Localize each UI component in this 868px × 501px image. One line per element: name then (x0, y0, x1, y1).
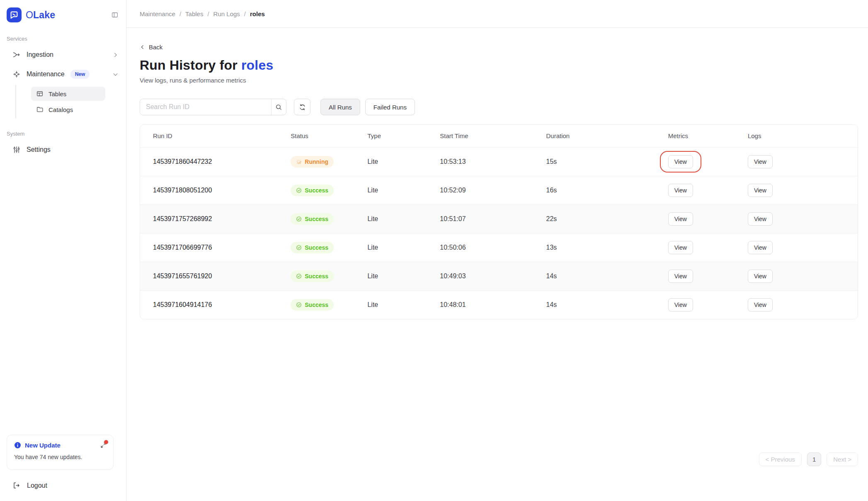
metrics-view-button[interactable]: View (668, 184, 693, 197)
notification-dot (104, 440, 108, 444)
table-row: 1453971604914176 Success Lite 10:48:01 1… (140, 290, 858, 319)
breadcrumb-separator: / (244, 10, 246, 17)
status-label: Success (305, 302, 328, 308)
page-number-button[interactable]: 1 (807, 452, 821, 466)
previous-page-button[interactable]: < Previous (759, 452, 802, 466)
duration-cell: 22s (536, 204, 658, 233)
back-label: Back (149, 44, 162, 51)
logs-view-button[interactable]: View (748, 184, 773, 197)
topbar: Maintenance / Tables / Run Logs / roles (126, 0, 868, 28)
metrics-view-button[interactable]: View (668, 241, 693, 254)
check-circle-icon (296, 302, 302, 308)
column-header-status: Status (281, 125, 357, 147)
breadcrumb: Maintenance / Tables / Run Logs / roles (140, 10, 265, 17)
check-circle-icon (296, 273, 302, 279)
status-label: Success (305, 216, 328, 222)
pagination: < Previous 1 Next > (759, 452, 858, 466)
breadcrumb-tables[interactable]: Tables (185, 10, 203, 17)
search-icon[interactable] (271, 99, 286, 115)
section-label-system: System (0, 120, 126, 140)
ingestion-icon (12, 51, 21, 59)
sidebar-item-catalogs[interactable]: Catalogs (31, 102, 105, 117)
run-id-cell: 1453971860447232 (140, 147, 281, 176)
duration-cell: 13s (536, 233, 658, 262)
new-badge: New (70, 70, 90, 79)
start-time-cell: 10:50:06 (430, 233, 536, 262)
breadcrumb-maintenance[interactable]: Maintenance (140, 10, 175, 17)
status-badge: Success (291, 213, 334, 225)
search-input[interactable] (140, 99, 271, 115)
runs-table: Run ID Status Type Start Time Duration M… (140, 124, 858, 319)
sidebar-item-label: Ingestion (27, 51, 53, 58)
table-row: 1453971757268992 Success Lite 10:51:07 2… (140, 204, 858, 233)
page-title: Run History forroles (140, 58, 858, 73)
settings-sliders-icon (12, 146, 21, 154)
filter-all-runs-button[interactable]: All Runs (320, 99, 360, 115)
refresh-button[interactable] (294, 99, 310, 115)
breadcrumb-separator: / (207, 10, 209, 17)
status-label: Success (305, 273, 328, 280)
status-badge: Success (291, 270, 334, 282)
controls-row: All Runs Failed Runs (140, 99, 858, 115)
section-label-services: Services (0, 25, 126, 45)
sidebar: OLake Services Ingestion (0, 0, 126, 501)
metrics-view-button[interactable]: View (668, 155, 693, 168)
spinner-icon (296, 159, 302, 165)
logout-icon (12, 482, 20, 489)
metrics-view-button[interactable]: View (668, 212, 693, 226)
sidebar-item-maintenance[interactable]: Maintenance New (3, 65, 123, 83)
metrics-view-button[interactable]: View (668, 298, 693, 311)
table-row: 1453971860447232 Running (140, 147, 858, 176)
chevron-right-icon (112, 52, 119, 58)
start-time-cell: 10:49:03 (430, 262, 536, 290)
chevron-down-icon (112, 71, 119, 78)
check-circle-icon (296, 187, 302, 193)
type-cell: Lite (357, 262, 430, 290)
column-header-run-id: Run ID (140, 125, 281, 147)
type-cell: Lite (357, 147, 430, 176)
duration-cell: 16s (536, 176, 658, 204)
content: Back Run History forroles View logs, run… (126, 28, 868, 319)
type-cell: Lite (357, 204, 430, 233)
metrics-view-button[interactable]: View (668, 270, 693, 283)
logs-view-button[interactable]: View (748, 270, 773, 283)
brand-name: OLake (26, 10, 55, 21)
logs-view-button[interactable]: View (748, 241, 773, 254)
logout-button[interactable]: Logout (0, 476, 126, 501)
status-label: Running (305, 158, 328, 165)
type-cell: Lite (357, 176, 430, 204)
start-time-cell: 10:48:01 (430, 290, 536, 319)
sidebar-item-tables[interactable]: Tables (31, 87, 105, 101)
page-title-text: Run History for (140, 58, 238, 73)
sidebar-collapse-icon[interactable] (111, 11, 119, 19)
status-label: Success (305, 244, 328, 251)
new-update-card[interactable]: New Update You have 74 new updates. (7, 435, 114, 470)
logs-view-button[interactable]: View (748, 298, 773, 311)
sidebar-item-label: Catalogs (48, 106, 73, 113)
status-label: Success (305, 187, 328, 194)
expand-icon[interactable] (100, 442, 107, 448)
back-button[interactable]: Back (140, 44, 162, 51)
next-page-button[interactable]: Next > (827, 452, 858, 466)
maintenance-icon (12, 70, 21, 78)
run-id-cell: 1453971808051200 (140, 176, 281, 204)
breadcrumb-run-logs[interactable]: Run Logs (213, 10, 240, 17)
sidebar-spacer (0, 159, 126, 435)
column-header-type: Type (357, 125, 430, 147)
duration-cell: 14s (536, 290, 658, 319)
type-cell: Lite (357, 233, 430, 262)
info-icon (14, 442, 21, 449)
filter-failed-runs-button[interactable]: Failed Runs (365, 99, 415, 115)
run-id-cell: 1453971655761920 (140, 262, 281, 290)
start-time-cell: 10:51:07 (430, 204, 536, 233)
column-header-metrics: Metrics (658, 125, 738, 147)
duration-cell: 15s (536, 147, 658, 176)
logs-view-button[interactable]: View (748, 212, 773, 226)
type-cell: Lite (357, 290, 430, 319)
column-header-start-time: Start Time (430, 125, 536, 147)
logs-view-button[interactable]: View (748, 155, 773, 168)
sidebar-item-settings[interactable]: Settings (3, 141, 123, 158)
logout-label: Logout (27, 482, 47, 489)
sidebar-item-ingestion[interactable]: Ingestion (3, 46, 123, 63)
table-row: 1453971706699776 Success Lite 10:50:06 1… (140, 233, 858, 262)
